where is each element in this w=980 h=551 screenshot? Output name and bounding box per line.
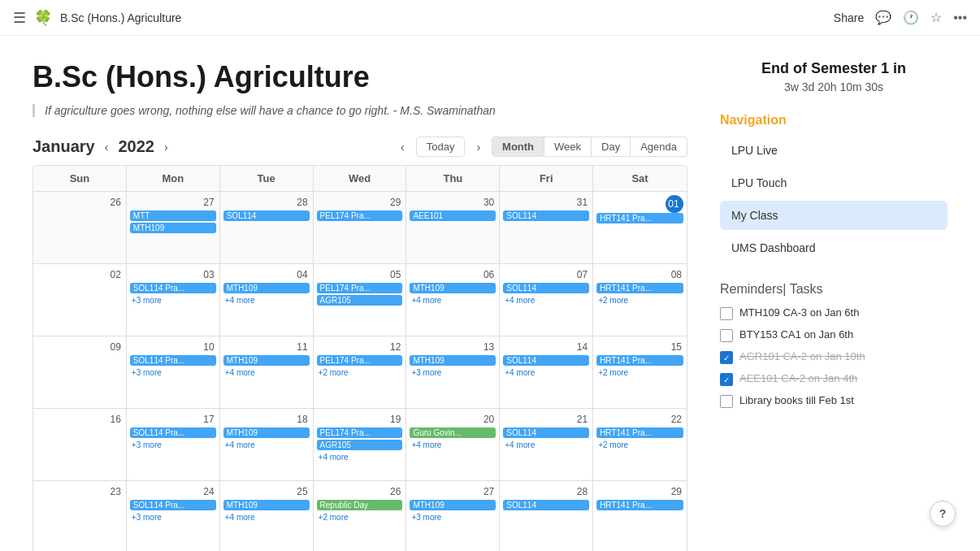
cal-more-link[interactable]: +4 more [223, 367, 310, 378]
cal-view-day[interactable]: Day [592, 137, 631, 156]
cal-event[interactable]: HRT141 Pra... [596, 213, 683, 223]
cal-more-link[interactable]: +3 more [130, 295, 216, 306]
cal-day[interactable]: 08HRT141 Pra...+2 more [593, 264, 687, 336]
cal-event[interactable]: MTH109 [130, 223, 216, 233]
cal-more-link[interactable]: +4 more [410, 295, 496, 306]
cal-day[interactable]: 06MTH109+4 more [406, 264, 500, 336]
cal-event[interactable]: SOL114 [223, 210, 310, 221]
cal-event[interactable]: MTH109 [410, 283, 496, 293]
reminder-checkbox[interactable] [720, 373, 733, 386]
cal-event[interactable]: HRT141 Pra... [596, 283, 683, 293]
cal-more-link[interactable]: +2 more [317, 367, 403, 378]
cal-event[interactable]: Republic Day [317, 500, 403, 510]
cal-day[interactable]: 07SOL114+4 more [500, 264, 593, 336]
cal-view-week[interactable]: Week [544, 137, 592, 156]
cal-day[interactable]: 09 [33, 336, 127, 408]
cal-day[interactable]: 29HRT141 Pra... [593, 481, 687, 551]
cal-nav-next[interactable]: › [471, 139, 485, 155]
reminder-checkbox[interactable] [720, 329, 733, 342]
cal-prev-month[interactable]: ‹ [100, 139, 114, 155]
cal-event[interactable]: MTH109 [223, 355, 310, 366]
cal-nav-prev[interactable]: ‹ [396, 139, 410, 155]
cal-event[interactable]: SOL114 Pra... [130, 355, 216, 366]
cal-today-button[interactable]: Today [416, 137, 466, 157]
cal-more-link[interactable]: +4 more [410, 440, 496, 450]
cal-event[interactable]: SOL114 [503, 283, 589, 293]
cal-more-link[interactable]: +4 more [317, 452, 403, 462]
cal-event[interactable]: AEE101 [410, 210, 496, 221]
cal-event[interactable]: HRT141 Pra... [596, 355, 683, 366]
cal-more-link[interactable]: +4 more [503, 440, 589, 450]
cal-day[interactable]: 31SOL114 [500, 192, 593, 263]
cal-day[interactable]: 04MTH109+4 more [220, 264, 314, 336]
cal-event[interactable]: SOL114 Pra... [130, 283, 216, 293]
cal-day[interactable]: 01HRT141 Pra... [593, 192, 687, 263]
cal-event[interactable]: SOL114 Pra... [130, 500, 216, 510]
cal-event[interactable]: MTT [130, 210, 216, 221]
cal-more-link[interactable]: +4 more [503, 295, 589, 306]
cal-event[interactable]: MTH109 [223, 500, 310, 510]
cal-day[interactable]: 25MTH109+4 more [220, 481, 314, 551]
sidebar-nav-item-lpu-live[interactable]: LPU Live [720, 136, 947, 165]
cal-more-link[interactable]: +3 more [130, 367, 216, 378]
cal-day[interactable]: 20Guru Govin...+4 more [406, 409, 500, 480]
cal-event[interactable]: SOL114 [503, 210, 589, 221]
cal-more-link[interactable]: +4 more [223, 295, 310, 306]
cal-day[interactable]: 28SOL114 [220, 192, 314, 263]
cal-day[interactable]: 19PEL174 Pra...AGR105+4 more [314, 409, 407, 480]
cal-day[interactable]: 05PEL174 Pra...AGR105 [314, 264, 407, 336]
help-button[interactable]: ? [930, 501, 956, 527]
cal-day[interactable]: 28SOL114 [500, 481, 593, 551]
cal-more-link[interactable]: +3 more [130, 512, 216, 523]
cal-event[interactable]: PEL174 Pra... [317, 283, 403, 293]
cal-day[interactable]: 24SOL114 Pra...+3 more [127, 481, 220, 551]
cal-event[interactable]: HRT141 Pra... [596, 500, 683, 510]
share-button[interactable]: Share [834, 11, 864, 24]
cal-day[interactable]: 02 [33, 264, 127, 336]
cal-day[interactable]: 15HRT141 Pra...+2 more [593, 336, 687, 408]
cal-more-link[interactable]: +3 more [410, 367, 496, 378]
comment-icon[interactable]: 💬 [875, 10, 891, 25]
cal-event[interactable]: AGR105 [317, 440, 403, 450]
cal-event[interactable]: PEL174 Pra... [317, 355, 403, 366]
cal-day[interactable]: 18MTH109+4 more [220, 409, 314, 480]
cal-day[interactable]: 12PEL174 Pra...+2 more [314, 336, 407, 408]
sidebar-nav-item-lpu-touch[interactable]: LPU Touch [720, 168, 947, 197]
cal-day[interactable]: 22HRT141 Pra...+2 more [593, 409, 687, 480]
star-icon[interactable]: ☆ [930, 10, 942, 25]
cal-day[interactable]: 14SOL114+4 more [500, 336, 593, 408]
reminder-checkbox[interactable] [720, 307, 733, 320]
cal-day[interactable]: 27MTTMTH109 [127, 192, 220, 263]
cal-event[interactable]: HRT141 Pra... [596, 427, 683, 438]
cal-day[interactable]: 26Republic Day+2 more [314, 481, 407, 551]
more-icon[interactable]: ••• [953, 11, 967, 25]
cal-next-month[interactable]: › [159, 139, 173, 155]
cal-more-link[interactable]: +4 more [223, 440, 310, 450]
cal-day[interactable]: 17SOL114 Pra...+3 more [127, 409, 220, 480]
cal-event[interactable]: PEL174 Pra... [317, 210, 403, 221]
cal-more-link[interactable]: +2 more [596, 295, 683, 306]
cal-event[interactable]: MTH109 [223, 283, 310, 293]
cal-more-link[interactable]: +3 more [410, 512, 496, 523]
cal-day[interactable]: 30AEE101 [406, 192, 500, 263]
cal-more-link[interactable]: +4 more [223, 512, 310, 523]
cal-day[interactable]: 26 [33, 192, 127, 263]
cal-more-link[interactable]: +3 more [130, 440, 216, 450]
cal-day[interactable]: 13MTH109+3 more [406, 336, 500, 408]
cal-day[interactable]: 27MTH109+3 more [406, 481, 500, 551]
cal-event[interactable]: PEL174 Pra... [317, 427, 403, 438]
cal-day[interactable]: 11MTH109+4 more [220, 336, 314, 408]
cal-day[interactable]: 16 [33, 409, 127, 480]
cal-view-agenda[interactable]: Agenda [631, 137, 687, 156]
cal-more-link[interactable]: +2 more [596, 367, 683, 378]
cal-day[interactable]: 21SOL114+4 more [500, 409, 593, 480]
cal-day[interactable]: 23 [33, 481, 127, 551]
cal-event[interactable]: Guru Govin... [410, 427, 496, 438]
cal-event[interactable]: AGR105 [317, 295, 403, 306]
reminder-checkbox[interactable] [720, 351, 733, 364]
sidebar-nav-item-my-class[interactable]: My Class [720, 201, 947, 230]
cal-more-link[interactable]: +2 more [317, 512, 403, 523]
history-icon[interactable]: 🕐 [903, 10, 919, 25]
cal-day[interactable]: 03SOL114 Pra...+3 more [127, 264, 220, 336]
sidebar-nav-item-ums-dashboard[interactable]: UMS Dashboard [720, 233, 947, 262]
